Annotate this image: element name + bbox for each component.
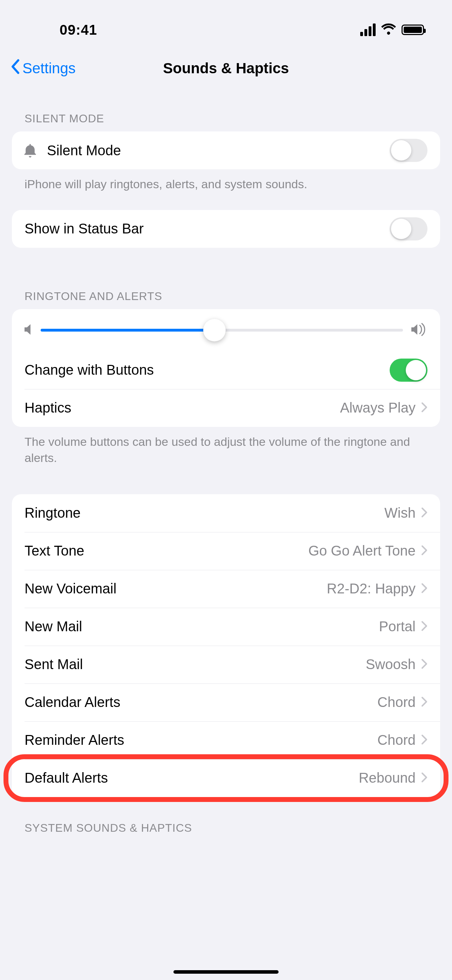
row-value: R2-D2: Happy — [327, 581, 415, 597]
row-sent-mail[interactable]: Sent MailSwoosh — [12, 646, 440, 684]
chevron-right-icon — [421, 734, 428, 746]
row-value: Always Play — [340, 400, 415, 416]
row-value: Wish — [384, 505, 415, 521]
bell-icon — [22, 143, 47, 158]
row-label: Change with Buttons — [24, 362, 390, 378]
chevron-left-icon — [11, 59, 20, 78]
volume-slider-track[interactable] — [41, 329, 403, 332]
navigation-bar: Settings Sounds & Haptics — [0, 49, 452, 88]
back-label: Settings — [22, 60, 76, 77]
row-label: Haptics — [24, 400, 340, 416]
row-label: Calendar Alerts — [24, 694, 377, 710]
chevron-right-icon — [421, 697, 428, 708]
chevron-right-icon — [421, 621, 428, 633]
row-haptics[interactable]: Haptics Always Play — [12, 389, 440, 427]
section-footer-ringtone-alerts: The volume buttons can be used to adjust… — [0, 427, 452, 466]
row-label: New Voicemail — [24, 581, 327, 597]
cellular-signal-icon — [360, 24, 376, 36]
row-silent-mode[interactable]: Silent Mode — [12, 131, 440, 169]
row-value: Portal — [379, 619, 416, 635]
section-header-ringtone-alerts: RINGTONE AND ALERTS — [0, 290, 452, 309]
row-ringtone[interactable]: RingtoneWish — [12, 494, 440, 532]
back-button[interactable]: Settings — [11, 59, 76, 78]
row-reminder-alerts[interactable]: Reminder AlertsChord — [12, 721, 440, 759]
row-label: Text Tone — [24, 543, 308, 559]
row-value: Swoosh — [366, 657, 415, 672]
status-time: 09:41 — [21, 22, 97, 38]
volume-high-icon — [411, 323, 428, 338]
section-header-system-sounds: SYSTEM SOUNDS & HAPTICS — [0, 797, 452, 835]
status-icons — [360, 24, 431, 36]
chevron-right-icon — [421, 545, 428, 557]
row-new-mail[interactable]: New MailPortal — [12, 608, 440, 646]
row-label: Reminder Alerts — [24, 732, 377, 748]
row-new-voicemail[interactable]: New VoicemailR2-D2: Happy — [12, 570, 440, 608]
row-label: Default Alerts — [24, 770, 359, 786]
row-default-alerts[interactable]: Default AlertsRebound — [12, 759, 440, 797]
volume-slider-thumb[interactable] — [203, 319, 226, 341]
row-volume-slider[interactable] — [12, 309, 440, 351]
wifi-icon — [381, 24, 396, 36]
chevron-right-icon — [421, 659, 428, 670]
row-text-tone[interactable]: Text ToneGo Go Alert Tone — [12, 532, 440, 570]
section-status-bar: Show in Status Bar — [0, 210, 452, 248]
section-header-silent-mode: SILENT MODE — [0, 112, 452, 131]
volume-slider-fill — [41, 329, 215, 332]
row-label: Show in Status Bar — [24, 221, 390, 237]
row-label: Silent Mode — [47, 143, 390, 158]
section-sounds-list: RingtoneWishText ToneGo Go Alert ToneNew… — [0, 494, 452, 797]
row-show-in-status-bar[interactable]: Show in Status Bar — [12, 210, 440, 248]
row-value: Rebound — [359, 770, 415, 786]
page-title: Sounds & Haptics — [163, 60, 289, 77]
chevron-right-icon — [421, 507, 428, 519]
volume-low-icon — [24, 323, 32, 337]
change-with-buttons-toggle[interactable] — [390, 359, 428, 382]
section-footer-silent-mode: iPhone will play ringtones, alerts, and … — [0, 169, 452, 192]
chevron-right-icon — [421, 402, 428, 414]
section-silent-mode: SILENT MODE Silent Mode iPhone will play… — [0, 112, 452, 192]
row-value: Go Go Alert Tone — [308, 543, 415, 559]
row-calendar-alerts[interactable]: Calendar AlertsChord — [12, 684, 440, 721]
chevron-right-icon — [421, 583, 428, 595]
row-value: Chord — [377, 694, 415, 710]
show-in-status-bar-toggle[interactable] — [390, 217, 428, 240]
row-label: Ringtone — [24, 505, 384, 521]
status-bar: 09:41 — [0, 0, 452, 49]
battery-icon — [401, 24, 424, 35]
row-label: Sent Mail — [24, 657, 366, 672]
row-label: New Mail — [24, 619, 379, 635]
section-ringtone-alerts: RINGTONE AND ALERTS Change with Buttons … — [0, 290, 452, 466]
home-indicator[interactable] — [173, 970, 279, 974]
silent-mode-toggle[interactable] — [390, 139, 428, 162]
row-value: Chord — [377, 732, 415, 748]
row-change-with-buttons[interactable]: Change with Buttons — [12, 351, 440, 389]
chevron-right-icon — [421, 772, 428, 784]
